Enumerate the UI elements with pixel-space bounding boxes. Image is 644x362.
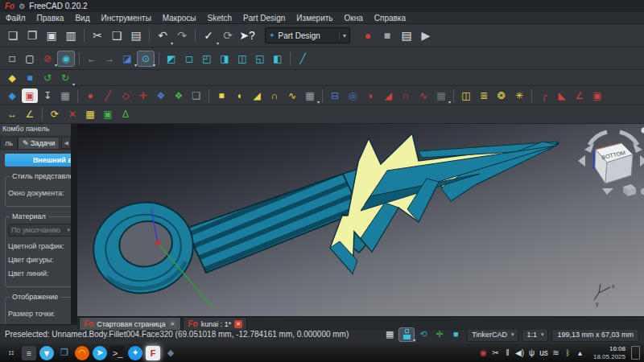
pan-right-arrow-icon[interactable]	[640, 155, 644, 167]
refresh-icon[interactable]: ⟳	[219, 27, 237, 44]
create-body-icon[interactable]: ◆	[4, 88, 20, 103]
shape-binder-icon[interactable]: ❖	[153, 88, 169, 103]
additive-primitive-icon[interactable]: ▦	[302, 88, 318, 103]
datum-plane-icon[interactable]: ◇	[118, 88, 134, 103]
mic-indicator-icon[interactable]: ◉	[477, 347, 489, 360]
fit-selection-icon[interactable]: ▢	[22, 51, 38, 66]
app-launcher-icon[interactable]: ⠶	[4, 346, 19, 360]
close-tab-icon[interactable]: ✕	[168, 320, 176, 328]
fillet-icon[interactable]: ╭	[536, 88, 552, 103]
bluetooth-icon[interactable]: ᛒ	[562, 347, 574, 360]
datum-line-icon[interactable]: ╱	[100, 88, 116, 103]
close-tab-icon[interactable]: ✕	[234, 320, 242, 328]
discover-store-icon[interactable]: ▼	[39, 346, 54, 360]
subtractive-helix-icon[interactable]: ∿	[415, 88, 431, 103]
local-cs-icon[interactable]: ✛	[135, 88, 151, 103]
copy-icon[interactable]: ❑	[108, 27, 126, 44]
ring-handle[interactable]	[85, 193, 202, 302]
menu-item[interactable]: Инструменты	[95, 14, 156, 23]
mirrored-icon[interactable]: ◫	[458, 88, 474, 103]
measure-clear-all-icon[interactable]: ✕	[64, 107, 80, 121]
axis-cross-icon[interactable]: ✛	[432, 328, 447, 341]
edit-placement-icon[interactable]: ▦	[57, 88, 73, 103]
tab-scroll-left-button[interactable]: ◀	[61, 137, 71, 149]
pan-left-arrow-icon[interactable]	[578, 155, 585, 167]
clock[interactable]: 16:08 18.05.2025	[593, 345, 625, 360]
nav-back-icon[interactable]: ←	[84, 51, 100, 66]
view-top-icon[interactable]: ◰	[199, 51, 215, 66]
save-icon[interactable]: ▣	[43, 27, 60, 44]
menu-item[interactable]: Макросы	[157, 14, 202, 23]
measure-toggle-all-icon[interactable]: ▦	[82, 107, 98, 121]
tab-model-clipped[interactable]: ль	[0, 137, 18, 149]
terminal-icon[interactable]: >_	[110, 346, 125, 360]
subtractive-pipe-icon[interactable]: ∩	[398, 88, 414, 103]
3d-canvas[interactable]: BOTTOM x y	[77, 124, 644, 316]
whats-this-icon[interactable]: ➤?	[238, 27, 256, 44]
keyboard-layout-indicator[interactable]: us	[538, 347, 550, 360]
macro-dialog-icon[interactable]: ▤	[398, 27, 415, 44]
kde-app-icon[interactable]: ✦	[128, 346, 142, 360]
freecad-icon[interactable]: F	[146, 346, 160, 360]
menu-item[interactable]: Файл	[0, 14, 31, 23]
view-right-icon[interactable]: ◨	[217, 51, 233, 66]
grid-snap-icon[interactable]: ▦	[382, 328, 397, 341]
pad-icon[interactable]: ■	[213, 88, 229, 103]
draw-style-icon[interactable]: ⊘	[39, 51, 56, 66]
draft-icon[interactable]: ∠	[572, 88, 588, 103]
home-view-icon[interactable]: ◪	[119, 51, 135, 66]
subtractive-loft-icon[interactable]: ◢	[380, 88, 396, 103]
settings-sliders-icon[interactable]: ≡	[22, 346, 36, 360]
volume-icon[interactable]: ◀)	[514, 347, 526, 360]
macro-stop-icon[interactable]: ■	[378, 27, 396, 44]
thickness-icon[interactable]: ▣	[589, 88, 605, 103]
tab-kunai-document[interactable]: Fo kunai : 1* ✕	[183, 317, 247, 330]
tab-tasks[interactable]: ✎ Задачи	[18, 137, 60, 149]
groove-icon[interactable]: ◖	[362, 88, 378, 103]
linear-pattern-icon[interactable]: ≣	[476, 88, 492, 103]
menu-item[interactable]: Sketch	[202, 14, 238, 23]
polar-pattern-icon[interactable]: ❂	[493, 88, 510, 103]
nav-dot-icon[interactable]	[642, 128, 644, 134]
view-axonometric-icon[interactable]: ◩	[163, 51, 180, 66]
combo-panel-title[interactable]: Комбо панель	[0, 124, 71, 135]
telegram-icon[interactable]: ➤	[93, 346, 107, 360]
menu-item[interactable]: Правка	[31, 14, 70, 23]
pause-indicator-icon[interactable]: ‖	[502, 347, 514, 360]
create-sketch-icon[interactable]: ■	[22, 71, 38, 85]
file-manager-icon[interactable]: ❒	[57, 346, 72, 360]
measure-icon[interactable]: ╱	[295, 51, 311, 66]
pocket-icon[interactable]: ⊟	[327, 88, 343, 103]
lock-icon[interactable]	[398, 327, 415, 342]
clone-icon[interactable]: ❑	[188, 88, 204, 103]
kunai-model[interactable]	[85, 134, 559, 307]
measure-angular-icon[interactable]: ∠	[22, 107, 38, 121]
new-document-icon[interactable]: ❏	[4, 27, 22, 44]
chamfer-icon[interactable]: ◣	[554, 88, 570, 103]
macro-execute-icon[interactable]: ▶	[417, 27, 435, 44]
paste-icon[interactable]: ▤	[127, 27, 145, 44]
nav-forward-icon[interactable]: →	[101, 51, 118, 66]
menu-item[interactable]: Part Design	[237, 14, 291, 23]
hole-icon[interactable]: ◎	[345, 88, 361, 103]
appearance-section-header[interactable]: Внешний вид	[5, 154, 71, 167]
fit-all-icon[interactable]: □	[4, 51, 20, 66]
zoom-icon[interactable]: ⊙	[137, 51, 155, 67]
show-desktop-button[interactable]	[631, 346, 640, 360]
edit-sketch-icon[interactable]: ↺	[39, 71, 56, 85]
menu-item[interactable]: Справка	[369, 14, 411, 23]
undo-icon[interactable]: ↶	[154, 27, 171, 44]
sub-shape-binder-icon[interactable]: ❖	[171, 88, 187, 103]
navigation-style-icon[interactable]: ◉	[57, 51, 75, 67]
menu-item[interactable]: Окна	[339, 14, 369, 23]
panel-edge[interactable]	[71, 124, 77, 324]
macro-record-icon[interactable]: ●	[359, 27, 377, 44]
measure-linear-icon[interactable]: ↔	[4, 107, 20, 121]
wifi-icon[interactable]: ≋	[550, 347, 562, 360]
tray-expand-icon[interactable]: ▴	[574, 347, 586, 360]
rotate-cw-arrow-icon[interactable]	[620, 132, 638, 145]
view-bottom-icon[interactable]: ◱	[252, 51, 268, 66]
additive-helix-icon[interactable]: ∿	[284, 88, 300, 103]
usb-icon[interactable]: ψ	[526, 347, 538, 360]
working-plane-icon[interactable]: ■	[448, 328, 463, 341]
